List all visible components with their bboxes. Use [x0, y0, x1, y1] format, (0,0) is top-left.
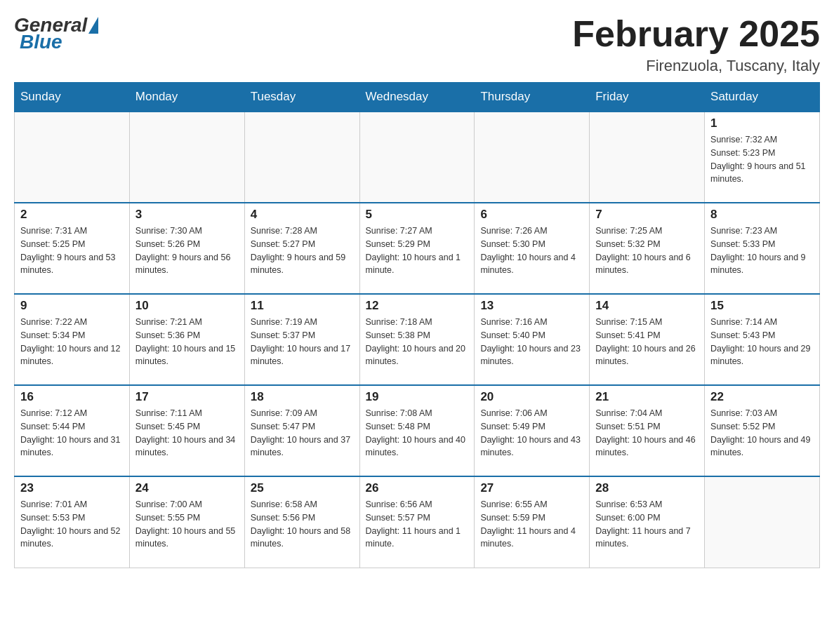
calendar-table: SundayMondayTuesdayWednesdayThursdayFrid…	[14, 82, 820, 568]
day-number: 10	[135, 299, 239, 313]
day-number: 11	[251, 299, 354, 313]
calendar-cell: 5Sunrise: 7:27 AMSunset: 5:29 PMDaylight…	[359, 203, 475, 294]
calendar-cell: 1Sunrise: 7:32 AMSunset: 5:23 PMDaylight…	[705, 112, 820, 203]
day-number: 20	[480, 390, 583, 404]
calendar-cell: 20Sunrise: 7:06 AMSunset: 5:49 PMDayligh…	[475, 385, 590, 476]
calendar-cell: 4Sunrise: 7:28 AMSunset: 5:27 PMDaylight…	[244, 203, 359, 294]
weekday-header-monday: Monday	[129, 83, 244, 112]
weekday-header-row: SundayMondayTuesdayWednesdayThursdayFrid…	[15, 83, 820, 112]
day-info: Sunrise: 7:11 AMSunset: 5:45 PMDaylight:…	[135, 407, 239, 459]
day-number: 9	[20, 299, 124, 313]
calendar-cell: 27Sunrise: 6:55 AMSunset: 5:59 PMDayligh…	[475, 476, 590, 568]
day-number: 5	[366, 208, 469, 222]
calendar-cell: 13Sunrise: 7:16 AMSunset: 5:40 PMDayligh…	[475, 294, 590, 385]
day-number: 21	[595, 390, 699, 404]
day-info: Sunrise: 7:30 AMSunset: 5:26 PMDaylight:…	[135, 224, 239, 277]
calendar-cell: 14Sunrise: 7:15 AMSunset: 5:41 PMDayligh…	[590, 294, 705, 385]
calendar-cell: 21Sunrise: 7:04 AMSunset: 5:51 PMDayligh…	[590, 385, 705, 476]
week-row-4: 16Sunrise: 7:12 AMSunset: 5:44 PMDayligh…	[15, 385, 820, 476]
logo-triangle-icon	[88, 17, 98, 34]
day-info: Sunrise: 6:53 AMSunset: 6:00 PMDaylight:…	[595, 498, 699, 551]
calendar-cell: 25Sunrise: 6:58 AMSunset: 5:56 PMDayligh…	[244, 476, 359, 568]
weekday-header-friday: Friday	[590, 83, 705, 112]
calendar-cell	[590, 112, 705, 203]
day-number: 14	[595, 299, 699, 313]
day-number: 15	[710, 299, 814, 313]
calendar-cell: 2Sunrise: 7:31 AMSunset: 5:25 PMDaylight…	[15, 203, 130, 294]
title-block: February 2025 Firenzuola, Tuscany, Italy	[572, 14, 820, 75]
weekday-header-saturday: Saturday	[705, 83, 820, 112]
day-number: 27	[480, 481, 583, 495]
day-info: Sunrise: 7:12 AMSunset: 5:44 PMDaylight:…	[20, 407, 124, 459]
day-number: 1	[710, 116, 814, 130]
day-info: Sunrise: 7:15 AMSunset: 5:41 PMDaylight:…	[595, 316, 699, 368]
calendar-cell: 9Sunrise: 7:22 AMSunset: 5:34 PMDaylight…	[15, 294, 130, 385]
calendar-cell: 6Sunrise: 7:26 AMSunset: 5:30 PMDaylight…	[475, 203, 590, 294]
day-number: 8	[710, 208, 814, 222]
calendar-cell: 8Sunrise: 7:23 AMSunset: 5:33 PMDaylight…	[705, 203, 820, 294]
week-row-1: 1Sunrise: 7:32 AMSunset: 5:23 PMDaylight…	[15, 112, 820, 203]
day-info: Sunrise: 7:32 AMSunset: 5:23 PMDaylight:…	[710, 133, 814, 186]
weekday-header-tuesday: Tuesday	[244, 83, 359, 112]
day-info: Sunrise: 7:04 AMSunset: 5:51 PMDaylight:…	[595, 407, 699, 459]
day-info: Sunrise: 7:21 AMSunset: 5:36 PMDaylight:…	[135, 316, 239, 368]
day-info: Sunrise: 7:01 AMSunset: 5:53 PMDaylight:…	[20, 498, 124, 551]
calendar-cell: 17Sunrise: 7:11 AMSunset: 5:45 PMDayligh…	[129, 385, 244, 476]
day-info: Sunrise: 6:55 AMSunset: 5:59 PMDaylight:…	[480, 498, 583, 551]
day-info: Sunrise: 7:14 AMSunset: 5:43 PMDaylight:…	[710, 316, 814, 368]
calendar-cell: 26Sunrise: 6:56 AMSunset: 5:57 PMDayligh…	[359, 476, 475, 568]
calendar-cell	[475, 112, 590, 203]
day-number: 23	[20, 481, 124, 495]
calendar-cell: 3Sunrise: 7:30 AMSunset: 5:26 PMDaylight…	[129, 203, 244, 294]
day-number: 28	[595, 481, 699, 495]
calendar-cell: 12Sunrise: 7:18 AMSunset: 5:38 PMDayligh…	[359, 294, 475, 385]
day-number: 3	[135, 208, 239, 222]
day-number: 24	[135, 481, 239, 495]
day-number: 17	[135, 390, 239, 404]
day-number: 7	[595, 208, 699, 222]
day-number: 19	[366, 390, 469, 404]
calendar-cell: 28Sunrise: 6:53 AMSunset: 6:00 PMDayligh…	[590, 476, 705, 568]
day-number: 18	[251, 390, 354, 404]
day-info: Sunrise: 7:06 AMSunset: 5:49 PMDaylight:…	[480, 407, 583, 459]
calendar-cell: 15Sunrise: 7:14 AMSunset: 5:43 PMDayligh…	[705, 294, 820, 385]
day-info: Sunrise: 7:25 AMSunset: 5:32 PMDaylight:…	[595, 224, 699, 277]
day-info: Sunrise: 7:03 AMSunset: 5:52 PMDaylight:…	[710, 407, 814, 459]
day-number: 25	[251, 481, 354, 495]
day-info: Sunrise: 7:28 AMSunset: 5:27 PMDaylight:…	[251, 224, 354, 277]
calendar-cell	[705, 476, 820, 568]
calendar-cell: 23Sunrise: 7:01 AMSunset: 5:53 PMDayligh…	[15, 476, 130, 568]
day-info: Sunrise: 7:19 AMSunset: 5:37 PMDaylight:…	[251, 316, 354, 368]
calendar-cell	[15, 112, 130, 203]
calendar-cell	[244, 112, 359, 203]
calendar-cell: 24Sunrise: 7:00 AMSunset: 5:55 PMDayligh…	[129, 476, 244, 568]
weekday-header-sunday: Sunday	[15, 83, 130, 112]
day-info: Sunrise: 7:16 AMSunset: 5:40 PMDaylight:…	[480, 316, 583, 368]
day-number: 12	[366, 299, 469, 313]
day-info: Sunrise: 7:26 AMSunset: 5:30 PMDaylight:…	[480, 224, 583, 277]
day-number: 26	[366, 481, 469, 495]
day-info: Sunrise: 7:31 AMSunset: 5:25 PMDaylight:…	[20, 224, 124, 277]
day-info: Sunrise: 7:27 AMSunset: 5:29 PMDaylight:…	[366, 224, 469, 277]
month-year-title: February 2025	[572, 14, 820, 54]
day-info: Sunrise: 7:18 AMSunset: 5:38 PMDaylight:…	[366, 316, 469, 368]
calendar-cell: 22Sunrise: 7:03 AMSunset: 5:52 PMDayligh…	[705, 385, 820, 476]
day-number: 16	[20, 390, 124, 404]
day-info: Sunrise: 6:58 AMSunset: 5:56 PMDaylight:…	[251, 498, 354, 551]
calendar-cell: 16Sunrise: 7:12 AMSunset: 5:44 PMDayligh…	[15, 385, 130, 476]
day-number: 13	[480, 299, 583, 313]
calendar-cell: 18Sunrise: 7:09 AMSunset: 5:47 PMDayligh…	[244, 385, 359, 476]
calendar-cell: 19Sunrise: 7:08 AMSunset: 5:48 PMDayligh…	[359, 385, 475, 476]
day-info: Sunrise: 7:22 AMSunset: 5:34 PMDaylight:…	[20, 316, 124, 368]
calendar-cell	[359, 112, 475, 203]
day-info: Sunrise: 7:00 AMSunset: 5:55 PMDaylight:…	[135, 498, 239, 551]
day-number: 2	[20, 208, 124, 222]
day-info: Sunrise: 6:56 AMSunset: 5:57 PMDaylight:…	[366, 498, 469, 551]
page-header: General Blue February 2025 Firenzuola, T…	[14, 14, 820, 75]
week-row-3: 9Sunrise: 7:22 AMSunset: 5:34 PMDaylight…	[15, 294, 820, 385]
day-info: Sunrise: 7:09 AMSunset: 5:47 PMDaylight:…	[251, 407, 354, 459]
calendar-cell: 10Sunrise: 7:21 AMSunset: 5:36 PMDayligh…	[129, 294, 244, 385]
day-info: Sunrise: 7:08 AMSunset: 5:48 PMDaylight:…	[366, 407, 469, 459]
location-subtitle: Firenzuola, Tuscany, Italy	[572, 57, 820, 75]
day-number: 22	[710, 390, 814, 404]
